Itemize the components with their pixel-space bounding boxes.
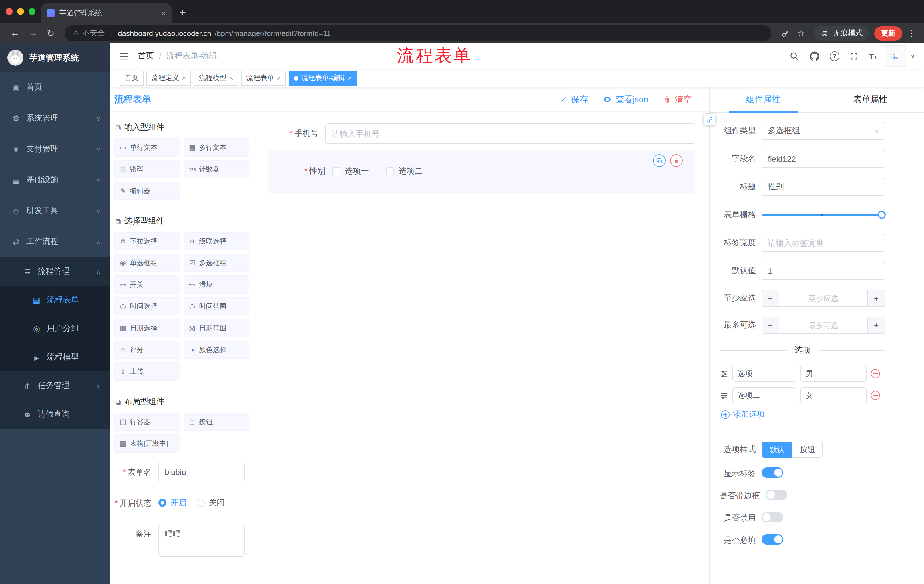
breadcrumb-home[interactable]: 首页 (138, 51, 154, 61)
sidebar-item-task-management[interactable]: 任务管理 ∨ (0, 372, 110, 400)
omnibox[interactable]: ⚠ 不安全 | dashboard.yudao.iocoder.cn /bpm/… (65, 25, 771, 41)
sidebar-item-home[interactable]: 首页 (0, 72, 110, 103)
max-select-input[interactable] (779, 317, 867, 333)
toggle-switch[interactable] (766, 490, 787, 500)
checkbox-option-two[interactable] (386, 168, 394, 175)
palette-component[interactable]: 评分 (114, 341, 180, 359)
bookmark-star-icon[interactable]: ☆ (794, 28, 809, 38)
default-value-input[interactable] (762, 262, 885, 280)
font-size-icon[interactable]: TT (863, 51, 882, 61)
toggle-switch[interactable] (762, 512, 783, 522)
palette-component[interactable]: 时间选择 (114, 297, 180, 316)
drag-handle-icon[interactable] (720, 369, 728, 378)
tag-process-model[interactable]: 流程模型 × (194, 71, 238, 86)
canvas-field-gender-selected[interactable]: *性别 选项一 选项二 (268, 150, 695, 193)
radio-on-label[interactable]: 开启 (170, 498, 186, 508)
palette-component[interactable]: 行容器 (114, 413, 180, 431)
tab-form-props[interactable]: 表单属性 (817, 87, 924, 112)
tag-process-form[interactable]: 流程表单 × (241, 71, 286, 86)
help-icon[interactable]: ? (825, 51, 845, 61)
title-input[interactable] (762, 178, 885, 196)
hamburger-icon[interactable] (110, 51, 138, 61)
sidebar-item-infrastructure[interactable]: 基础设施 ∨ (0, 165, 110, 196)
palette-component[interactable]: 滑块 (183, 275, 249, 294)
palette-component[interactable]: 开关 (114, 275, 180, 294)
link-icon[interactable] (704, 114, 715, 125)
option-value-input[interactable] (800, 366, 867, 382)
component-type-select[interactable]: 多选框组 ∨ (762, 122, 885, 140)
radio-off-label[interactable]: 关闭 (209, 498, 225, 508)
kebab-menu-icon[interactable]: ⋮ (902, 28, 918, 39)
slider-handle[interactable] (878, 211, 885, 219)
sidebar-item-process-form[interactable]: 流程表单 (0, 286, 110, 314)
increase-button[interactable]: + (867, 290, 884, 306)
window-zoom-button[interactable] (29, 8, 35, 15)
add-option-button[interactable]: 添加选项 (721, 409, 885, 419)
toggle-switch[interactable] (762, 534, 783, 545)
clear-button[interactable]: 清空 (663, 94, 692, 105)
form-canvas[interactable]: *手机号 (254, 112, 709, 584)
sidebar-item-leave-query[interactable]: 请假查询 (0, 400, 110, 429)
chevron-down-icon[interactable]: ∨ (908, 53, 917, 59)
sidebar-item-system[interactable]: 系统管理 ∨ (0, 103, 110, 134)
palette-component[interactable]: 按钮 (183, 413, 249, 431)
palette-component[interactable]: 密码 (114, 160, 180, 178)
increase-button[interactable]: + (867, 317, 884, 333)
option-style-default-button[interactable]: 默认 (762, 442, 792, 458)
browser-tab[interactable]: 芋道管理系统 × (41, 3, 172, 23)
search-icon[interactable] (784, 51, 805, 61)
tag-process-definition[interactable]: 流程定义 × (146, 71, 191, 86)
palette-component[interactable]: 颜色选择 (183, 341, 249, 359)
radio-on[interactable] (158, 499, 167, 507)
github-icon[interactable] (805, 51, 825, 61)
remove-option-icon[interactable] (871, 391, 880, 400)
palette-component[interactable]: 多选框组 (183, 254, 249, 272)
close-icon[interactable]: × (348, 74, 351, 82)
option-label-input[interactable] (733, 387, 797, 403)
min-select-input[interactable] (779, 290, 867, 306)
palette-component[interactable]: 多行文本 (183, 138, 249, 156)
palette-component[interactable]: 时间范围 (183, 297, 249, 316)
new-tab-button[interactable]: + (180, 6, 186, 19)
checkbox-option-one[interactable] (332, 168, 340, 175)
close-icon[interactable]: × (182, 74, 186, 82)
tag-home[interactable]: 首页 (119, 71, 144, 86)
forward-arrow-icon[interactable]: → (24, 28, 42, 38)
palette-component[interactable]: 计数器 (183, 160, 249, 178)
window-close-button[interactable] (6, 8, 13, 15)
palette-component[interactable]: 上传 (114, 362, 180, 380)
decrease-button[interactable]: − (762, 317, 779, 333)
form-grid-slider[interactable] (762, 206, 885, 224)
update-button[interactable]: 更新 (874, 26, 902, 40)
sidebar-item-workflow[interactable]: 工作流程 ∧ (0, 226, 110, 257)
palette-component[interactable]: 单选框组 (114, 254, 180, 272)
palette-component[interactable]: 日期选择 (114, 319, 180, 337)
decrease-button[interactable]: − (762, 290, 779, 306)
sidebar-item-payment[interactable]: 支付管理 ∨ (0, 134, 110, 165)
sidebar-item-process-model[interactable]: 流程模型 (0, 343, 110, 372)
palette-component[interactable]: 表格[开发中] (114, 434, 180, 452)
form-name-input[interactable] (158, 463, 245, 481)
radio-off[interactable] (197, 499, 205, 507)
remark-textarea[interactable]: 嘿嘿 (158, 525, 245, 556)
window-minimize-button[interactable] (17, 8, 24, 15)
palette-component[interactable]: 级联选择 (183, 232, 249, 250)
fullscreen-icon[interactable] (845, 52, 863, 60)
slider-runway[interactable] (762, 214, 885, 216)
view-json-button[interactable]: 查看json (603, 94, 648, 105)
close-icon[interactable]: × (229, 74, 233, 82)
close-icon[interactable]: × (277, 74, 281, 82)
tab-close-icon[interactable]: × (161, 8, 166, 18)
delete-component-button[interactable] (670, 154, 683, 167)
tag-process-form-edit[interactable]: 流程表单-编辑 × (289, 71, 357, 86)
palette-component[interactable]: 下拉选择 (114, 232, 180, 250)
field-name-input[interactable] (762, 150, 885, 168)
option-label-input[interactable] (733, 366, 797, 382)
palette-component[interactable]: 编辑器 (114, 182, 180, 200)
save-button[interactable]: ✓ 保存 (560, 94, 588, 105)
sidebar-item-process-management[interactable]: 流程管理 ∧ (0, 257, 110, 286)
copy-component-button[interactable] (653, 154, 665, 167)
palette-component[interactable]: 单行文本 (114, 138, 180, 156)
option-style-button-button[interactable]: 按钮 (792, 442, 823, 458)
palette-component[interactable]: 日期范围 (183, 319, 249, 337)
